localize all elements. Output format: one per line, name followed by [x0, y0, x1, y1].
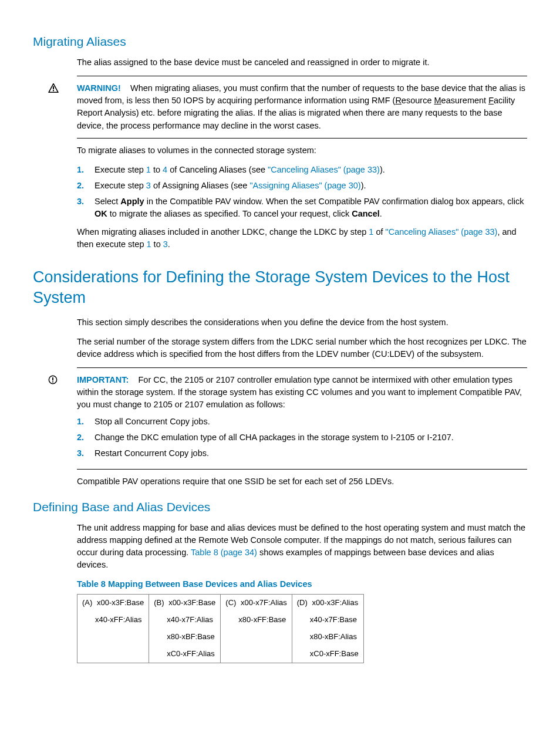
list-item: 3. Select Apply in the Compatible PAV wi… [77, 195, 527, 220]
svg-rect-4 [52, 382, 53, 383]
important-callout: IMPORTANT: For CC, the 2105 or 2107 cont… [48, 374, 527, 463]
warning-icon [48, 83, 59, 93]
migrate-steps-list: 1. Execute step 1 to 4 of Canceling Alia… [77, 164, 527, 220]
step-text: Execute step 3 of Assigning Aliases (see… [95, 180, 527, 192]
heading-migrating-aliases: Migrating Aliases [33, 33, 527, 50]
step-text: Execute step 1 to 4 of Canceling Aliases… [95, 164, 527, 176]
heading-defining: Defining Base and Alias Devices [33, 498, 527, 516]
table-row: x40-xFF:Alias x40-x7F:Alias x80-xFF:Base… [77, 612, 364, 629]
warning-label: WARNING! [77, 83, 121, 93]
table-cell: x40-x7F:Alias [149, 612, 221, 629]
step-text: Change the DKC emulation type of all CHA… [95, 431, 527, 444]
defining-para: The unit address mapping for base and al… [77, 522, 527, 571]
list-item: 2. Change the DKC emulation type of all … [77, 431, 527, 444]
table-cell: x80-xBF:Alias [292, 629, 363, 646]
rule [77, 367, 527, 368]
table-row: (A) x00-x3F:Base (B) x00-x3F:Base (C) x0… [77, 595, 364, 612]
step-text: Stop all Concurrent Copy jobs. [95, 416, 527, 428]
step-number: 3. [77, 195, 95, 208]
svg-rect-1 [53, 90, 54, 92]
table-title: Table 8 Mapping Between Base Devices and… [77, 578, 527, 590]
step-text: Restart Concurrent Copy jobs. [95, 447, 527, 460]
link-table-8[interactable]: Table 8 (page 34) [191, 548, 257, 557]
table-row: x80-xBF:Base x80-xBF:Alias [77, 629, 364, 646]
list-item: 1. Stop all Concurrent Copy jobs. [77, 416, 527, 428]
warning-text: WARNING! When migrating aliases, you mus… [77, 82, 527, 131]
table-cell [77, 629, 149, 646]
link-assigning-aliases[interactable]: "Assigning Aliases" (page 30) [249, 181, 360, 190]
table-row: xC0-xFF:Alias xC0-xFF:Base [77, 646, 364, 663]
table-cell [77, 646, 149, 663]
list-item: 1. Execute step 1 to 4 of Canceling Alia… [77, 164, 527, 176]
table-cell: xC0-xFF:Base [292, 646, 363, 663]
mapping-table: (A) x00-x3F:Base (B) x00-x3F:Base (C) x0… [77, 594, 364, 663]
step-number: 2. [77, 180, 95, 192]
table-cell: x40-x7F:Base [292, 612, 363, 629]
table-cell: (D) x00-x3F:Alias [292, 595, 363, 612]
considerations-p2: The serial number of the storage system … [77, 336, 527, 360]
link-canceling-aliases-2[interactable]: "Canceling Aliases" (page 33) [386, 227, 498, 237]
important-steps-list: 1. Stop all Concurrent Copy jobs. 2. Cha… [77, 416, 527, 460]
svg-rect-0 [53, 87, 54, 90]
warning-callout: WARNING! When migrating aliases, you mus… [48, 82, 527, 131]
table-cell [221, 646, 292, 663]
step-number: 1. [77, 164, 95, 176]
important-label: IMPORTANT: [77, 375, 129, 384]
table-cell: (C) x00-x7F:Alias [221, 595, 292, 612]
rule [77, 76, 527, 76]
migrate-steps-intro: To migrate aliases to volumes in the con… [77, 144, 527, 157]
step-number: 1. [77, 416, 95, 428]
important-icon [48, 375, 58, 384]
rule [77, 138, 527, 139]
svg-rect-3 [52, 377, 53, 380]
list-item: 2. Execute step 3 of Assigning Aliases (… [77, 180, 527, 192]
ssid-para: Compatible PAV operations require that o… [77, 475, 527, 488]
table-cell: (A) x00-x3F:Base [77, 595, 149, 612]
table-cell: x80-xBF:Base [149, 629, 221, 646]
para-migrating-intro: The alias assigned to the base device mu… [77, 56, 527, 69]
rule [77, 469, 527, 470]
step-text: Select Apply in the Compatible PAV windo… [95, 195, 527, 220]
step-number: 2. [77, 431, 95, 444]
important-text: IMPORTANT: For CC, the 2105 or 2107 cont… [77, 374, 527, 411]
table-cell: (B) x00-x3F:Base [149, 595, 221, 612]
table-cell [221, 629, 292, 646]
link-canceling-aliases[interactable]: "Canceling Aliases" (page 33) [268, 165, 380, 174]
considerations-p1: This section simply describes the consid… [77, 316, 527, 329]
table-cell: xC0-xFF:Alias [149, 646, 221, 663]
list-item: 3. Restart Concurrent Copy jobs. [77, 447, 527, 460]
step-number: 3. [77, 447, 95, 460]
table-cell: x40-xFF:Alias [77, 612, 149, 629]
migrate-tail: When migrating aliases included in anoth… [77, 226, 527, 251]
heading-considerations: Considerations for Defining the Storage … [33, 267, 527, 308]
table-cell: x80-xFF:Base [221, 612, 292, 629]
